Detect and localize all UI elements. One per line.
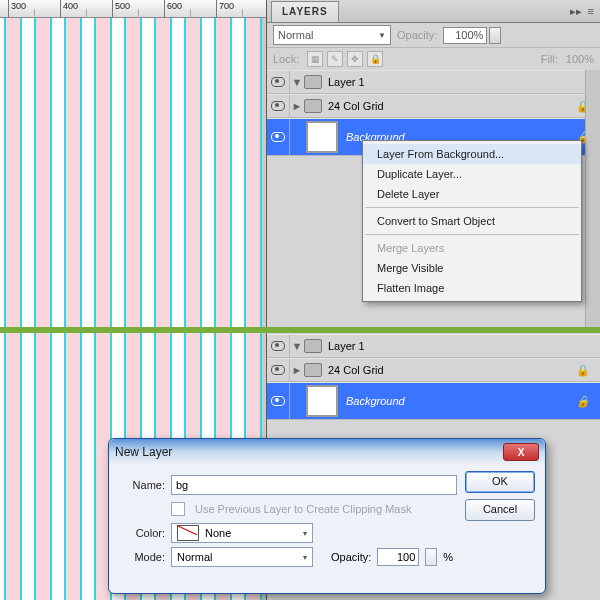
lock-icon: 🔒 [576, 364, 590, 377]
lock-label: Lock: [273, 53, 299, 65]
lock-icon: 🔒 [576, 395, 590, 408]
dialog-opacity-label: Opacity: [331, 551, 371, 563]
horizontal-ruler[interactable]: 300 400 500 600 700 [0, 0, 266, 18]
opacity-value[interactable]: 100% [443, 27, 487, 44]
menu-item: Merge Layers [363, 238, 581, 258]
panel-tabbar: LAYERS ▸▸ ≡ [267, 0, 600, 23]
folder-icon [304, 75, 322, 89]
color-label: Color: [119, 527, 165, 539]
layer-name[interactable]: Background [346, 395, 576, 407]
dialog-titlebar[interactable]: New Layer X [109, 439, 545, 465]
cancel-button[interactable]: Cancel [465, 499, 535, 521]
layer-name-input[interactable] [171, 475, 457, 495]
visibility-toggle[interactable] [267, 335, 290, 357]
layer-name[interactable]: Layer 1 [328, 340, 600, 352]
ruler-mark: 400 [63, 1, 78, 11]
panel-menu-icon[interactable]: ≡ [588, 5, 594, 18]
none-swatch-icon [177, 525, 199, 541]
eye-icon [271, 77, 285, 87]
ruler-mark: 700 [219, 1, 234, 11]
lock-transparency-icon[interactable]: ▦ [307, 51, 323, 67]
mode-label: Mode: [119, 551, 165, 563]
visibility-toggle[interactable] [267, 119, 290, 155]
chevron-down-icon: ▾ [303, 553, 307, 562]
new-layer-dialog: New Layer X OK Cancel Name: Use Previous… [108, 438, 546, 594]
chevron-down-icon: ▾ [303, 529, 307, 538]
name-label: Name: [119, 479, 165, 491]
lock-position-icon[interactable]: ✥ [347, 51, 363, 67]
ok-button[interactable]: OK [465, 471, 535, 493]
layer-thumbnail[interactable] [306, 121, 338, 153]
layer-context-menu: Layer From Background...Duplicate Layer.… [362, 140, 582, 302]
mode-select[interactable]: Normal ▾ [171, 547, 313, 567]
folder-icon [304, 99, 322, 113]
eye-icon [271, 365, 285, 375]
lock-all-icon[interactable]: 🔒 [367, 51, 383, 67]
ruler-mark: 300 [11, 1, 26, 11]
mode-value: Normal [177, 551, 212, 563]
eye-icon [271, 341, 285, 351]
dialog-opacity-input[interactable]: 100 [377, 548, 419, 566]
menu-item[interactable]: Convert to Smart Object [363, 211, 581, 231]
color-value: None [205, 527, 231, 539]
menu-item[interactable]: Merge Visible [363, 258, 581, 278]
clipping-mask-label: Use Previous Layer to Create Clipping Ma… [195, 503, 411, 515]
layer-thumbnail[interactable] [306, 385, 338, 417]
ruler-mark: 600 [167, 1, 182, 11]
layer-row[interactable]: Background🔒 [267, 382, 600, 420]
separator-bar [0, 327, 600, 333]
clipping-mask-checkbox [171, 502, 185, 516]
fill-label: Fill: [541, 53, 558, 65]
close-button[interactable]: X [503, 443, 539, 461]
ruler-mark: 500 [115, 1, 130, 11]
visibility-toggle[interactable] [267, 95, 290, 117]
eye-icon [271, 101, 285, 111]
opacity-label: Opacity: [397, 29, 437, 41]
blend-mode-value: Normal [278, 29, 313, 41]
eye-icon [271, 396, 285, 406]
disclosure-icon[interactable]: ► [290, 100, 304, 112]
panel-collapse-icon[interactable]: ▸▸ [570, 5, 582, 18]
disclosure-icon[interactable]: ► [290, 364, 304, 376]
opacity-flyout-icon[interactable] [425, 548, 437, 566]
layer-list: ▼Layer 1►24 Col Grid🔒Background🔒 [267, 334, 600, 420]
visibility-toggle[interactable] [267, 71, 290, 93]
layer-row[interactable]: ►24 Col Grid🔒 [267, 358, 600, 382]
layer-row[interactable]: ▼Layer 1 [267, 334, 600, 358]
dialog-title: New Layer [115, 445, 172, 459]
layer-name[interactable]: 24 Col Grid [328, 100, 576, 112]
opacity-flyout-icon[interactable] [489, 27, 501, 44]
chevron-down-icon: ▼ [378, 31, 386, 40]
menu-separator [365, 207, 579, 208]
blend-options-row: Normal▼ Opacity: 100% [267, 23, 600, 48]
disclosure-icon[interactable]: ▼ [290, 76, 304, 88]
blend-mode-select[interactable]: Normal▼ [273, 25, 391, 45]
eye-icon [271, 132, 285, 142]
menu-item[interactable]: Delete Layer [363, 184, 581, 204]
visibility-toggle[interactable] [267, 383, 290, 419]
menu-separator [365, 234, 579, 235]
folder-icon [304, 363, 322, 377]
percent-label: % [443, 551, 453, 563]
layer-name[interactable]: 24 Col Grid [328, 364, 576, 376]
layers-scrollbar[interactable] [585, 70, 600, 328]
layers-tab[interactable]: LAYERS [271, 1, 339, 22]
layer-name[interactable]: Layer 1 [328, 76, 600, 88]
layer-row[interactable]: ►24 Col Grid🔒 [267, 94, 600, 118]
visibility-toggle[interactable] [267, 359, 290, 381]
menu-item[interactable]: Layer From Background... [363, 144, 581, 164]
layer-row[interactable]: ▼Layer 1 [267, 70, 600, 94]
folder-icon [304, 339, 322, 353]
menu-item[interactable]: Flatten Image [363, 278, 581, 298]
color-select[interactable]: None ▾ [171, 523, 313, 543]
fill-value[interactable]: 100% [566, 53, 594, 65]
menu-item[interactable]: Duplicate Layer... [363, 164, 581, 184]
lock-pixels-icon[interactable]: ✎ [327, 51, 343, 67]
disclosure-icon[interactable]: ▼ [290, 340, 304, 352]
lock-row: Lock: ▦ ✎ ✥ 🔒 Fill: 100% [267, 48, 600, 71]
